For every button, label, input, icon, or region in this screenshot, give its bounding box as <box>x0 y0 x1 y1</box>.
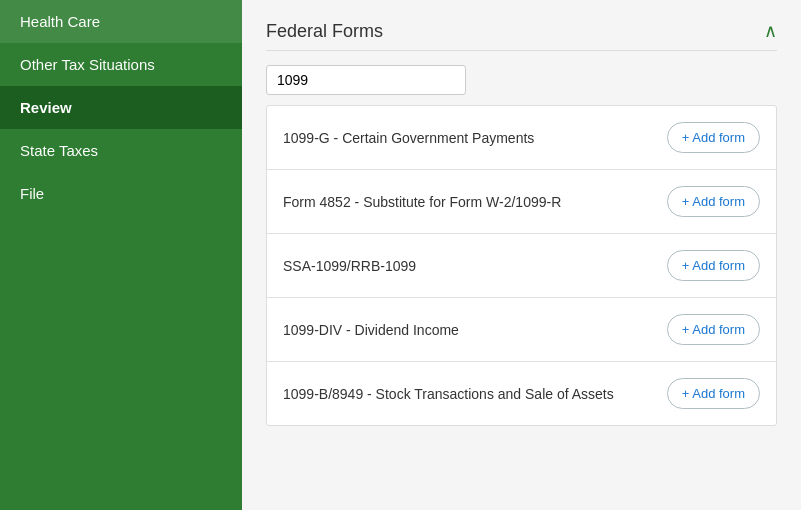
sidebar-item-health-care[interactable]: Health Care <box>0 0 242 43</box>
add-form-button-1099g[interactable]: + Add form <box>667 122 760 153</box>
add-form-button-1099b[interactable]: + Add form <box>667 378 760 409</box>
section-header: Federal Forms ∧ <box>266 20 777 51</box>
main-content: Federal Forms ∧ 1099-G - Certain Governm… <box>242 0 801 510</box>
collapse-icon[interactable]: ∧ <box>764 20 777 42</box>
add-form-button-4852[interactable]: + Add form <box>667 186 760 217</box>
sidebar: Health CareOther Tax SituationsReviewSta… <box>0 0 242 510</box>
sidebar-item-other-tax-situations[interactable]: Other Tax Situations <box>0 43 242 86</box>
form-name-1099g: 1099-G - Certain Government Payments <box>283 130 667 146</box>
sidebar-item-state-taxes[interactable]: State Taxes <box>0 129 242 172</box>
sidebar-item-review[interactable]: Review <box>0 86 242 129</box>
form-name-1099div: 1099-DIV - Dividend Income <box>283 322 667 338</box>
form-name-ssa1099: SSA-1099/RRB-1099 <box>283 258 667 274</box>
form-row: 1099-G - Certain Government Payments+ Ad… <box>267 106 776 170</box>
section-title: Federal Forms <box>266 21 383 42</box>
add-form-button-ssa1099[interactable]: + Add form <box>667 250 760 281</box>
form-row: 1099-DIV - Dividend Income+ Add form <box>267 298 776 362</box>
sidebar-item-file[interactable]: File <box>0 172 242 215</box>
form-name-1099b: 1099-B/8949 - Stock Transactions and Sal… <box>283 386 667 402</box>
form-row: SSA-1099/RRB-1099+ Add form <box>267 234 776 298</box>
search-input[interactable] <box>266 65 466 95</box>
form-name-4852: Form 4852 - Substitute for Form W-2/1099… <box>283 194 667 210</box>
form-row: 1099-B/8949 - Stock Transactions and Sal… <box>267 362 776 425</box>
form-row: Form 4852 - Substitute for Form W-2/1099… <box>267 170 776 234</box>
form-list: 1099-G - Certain Government Payments+ Ad… <box>266 105 777 426</box>
add-form-button-1099div[interactable]: + Add form <box>667 314 760 345</box>
